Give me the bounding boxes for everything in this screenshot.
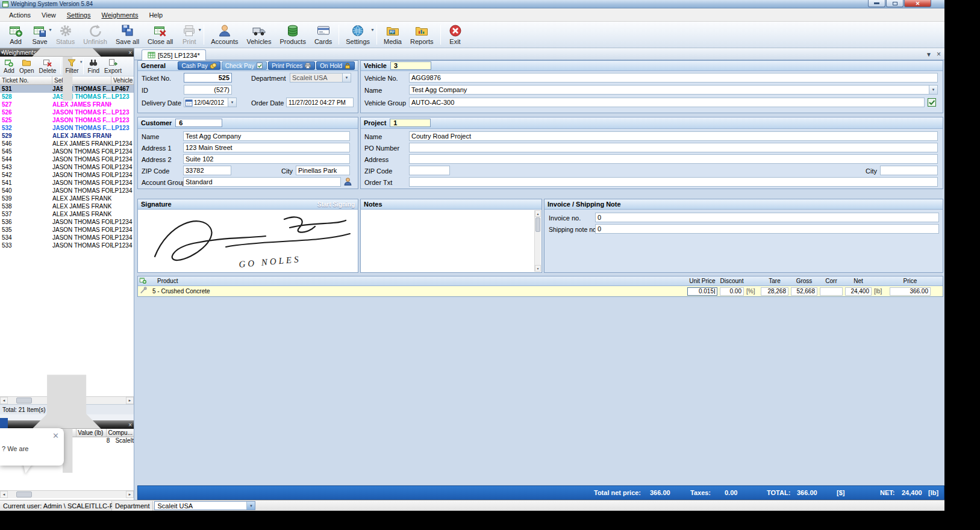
scroll-right-icon[interactable]: ►	[126, 491, 134, 498]
panel-chevron-down-icon[interactable]: ▼	[0, 50, 5, 55]
column-header-unit-price[interactable]: Unit Price	[686, 278, 719, 284]
customer-name-field[interactable]: Test Agg Company	[183, 131, 350, 141]
weighment-row-543[interactable]: 543JASON THOMAS FORDLP1234	[0, 163, 134, 171]
project-name-field[interactable]: Coutry Road Project	[409, 131, 938, 141]
toolbar-media-button[interactable]: Media	[379, 22, 406, 47]
net-cell[interactable]: 24,400	[845, 287, 872, 296]
weighments-find-button[interactable]: Find	[86, 57, 102, 76]
scroll-thumb[interactable]	[16, 491, 32, 497]
scroll-down-icon[interactable]: ▼	[535, 265, 541, 272]
project-city-field[interactable]	[880, 166, 938, 175]
column-header-price[interactable]: Price	[888, 278, 932, 284]
department-status-select[interactable]: Scaleit USA ▼	[154, 501, 255, 510]
weighments-filter-button[interactable]: Filter▼	[63, 57, 81, 76]
weighments-open-button[interactable]: Open	[17, 57, 36, 76]
toolbar-accounts-button[interactable]: Accounts	[207, 22, 242, 47]
column-header-discount[interactable]: Discount	[719, 278, 745, 284]
unit-price-cell[interactable]: 0.015	[687, 287, 717, 296]
toolbar-vehicles-button[interactable]: Vehicles	[243, 22, 276, 47]
scroll-thumb[interactable]	[535, 217, 540, 232]
corr-cell[interactable]	[820, 287, 843, 296]
chevron-down-icon[interactable]: ▼	[929, 86, 937, 94]
tare-cell[interactable]: 28,268	[761, 287, 788, 296]
delivery-date-field[interactable]: 12/04/2012 ▼	[184, 98, 237, 107]
product-name-cell[interactable]: 5 - Crushed Concrete	[150, 288, 686, 295]
weighment-row-537[interactable]: 537ALEX JAMES FRANK	[0, 210, 134, 218]
ticket-no-field[interactable]: 525	[184, 73, 232, 83]
weighment-row-525[interactable]: 525JASON THOMAS F...LP123	[0, 116, 134, 124]
vehicle-group-sheet-icon[interactable]	[927, 98, 937, 107]
order-txt-field[interactable]	[409, 177, 938, 187]
scroll-right-icon[interactable]: ►	[126, 397, 134, 404]
chat-popup[interactable]: ✕ ? We are	[0, 428, 64, 466]
add-product-row-icon[interactable]	[139, 276, 147, 284]
project-zip-field[interactable]	[409, 166, 450, 175]
scroll-up-icon[interactable]: ▲	[535, 210, 541, 217]
order-date-field[interactable]: 11/27/2012 04:27 PM	[286, 98, 354, 107]
menu-view[interactable]: View	[36, 10, 61, 20]
toolbar-save-button[interactable]: Save▼	[28, 22, 52, 47]
toolbar-save-all-button[interactable]: Save all	[111, 22, 143, 47]
chevron-down-icon[interactable]: ▼	[370, 28, 375, 32]
shipping-no-field[interactable]: 0	[595, 224, 939, 234]
chevron-down-icon[interactable]: ▼	[228, 98, 236, 107]
zip-field[interactable]: 33782	[183, 166, 231, 175]
chevron-down-icon[interactable]: ▼	[80, 60, 83, 64]
vehicle-group-field[interactable]: AUTO-AC-300	[409, 98, 925, 107]
column-header-product[interactable]: Product	[150, 278, 686, 284]
product-row[interactable]: 5 - Crushed Concrete 0.015 0.00 [%] 28,2…	[138, 286, 943, 296]
address2-field[interactable]: Suite 102	[183, 154, 350, 164]
scroll-left-icon[interactable]: ◄	[0, 397, 8, 404]
weighment-row-535[interactable]: 535JASON THOMAS FORDLP1234	[0, 226, 134, 234]
weighments-add-button[interactable]: Add	[1, 57, 17, 76]
column-header-tare[interactable]: Tare	[760, 278, 790, 284]
account-group-field[interactable]: Standard	[183, 177, 341, 187]
toolbar-products-button[interactable]: Products	[276, 22, 310, 47]
chat-close-icon[interactable]: ✕	[52, 431, 59, 440]
minimize-button[interactable]	[868, 0, 885, 7]
tab-list-chevron-icon[interactable]: ▼	[926, 51, 932, 58]
check-pay-button[interactable]: Check Pay	[222, 61, 267, 70]
invoice-no-field[interactable]: 0	[595, 213, 939, 222]
address1-field[interactable]: 123 Main Street	[183, 143, 350, 152]
city-field[interactable]: Pinellas Park	[296, 166, 350, 175]
account-group-person-icon[interactable]	[343, 177, 352, 186]
toolbar-add-button[interactable]: Add	[4, 22, 28, 47]
weighment-row-538[interactable]: 538ALEX JAMES FRANK	[0, 202, 134, 210]
department-select[interactable]: Scaleit USA ▼	[290, 73, 351, 83]
scale-hscrollbar[interactable]: ◄ ►	[0, 490, 134, 498]
weighment-row-541[interactable]: 541JASON THOMAS FORDLP1234	[0, 179, 134, 187]
weighment-row-533[interactable]: 533JASON THOMAS FORDLP1234	[0, 242, 134, 249]
tab-ticket-525[interactable]: [525] LP1234*	[142, 49, 206, 60]
weighment-row-545[interactable]: 545JASON THOMAS FORDLP1234	[0, 148, 134, 155]
customer-id-field[interactable]: 6	[175, 119, 222, 127]
weighment-row-536[interactable]: 536JASON THOMAS FORDLP1234	[0, 218, 134, 226]
toolbar-exit-button[interactable]: Exit	[443, 22, 467, 47]
id-field[interactable]: (527)	[184, 85, 232, 95]
panel-close-icon[interactable]: ×	[128, 422, 132, 428]
toolbar-settings-button[interactable]: Settings▼	[342, 22, 374, 47]
weighment-row-540[interactable]: 540JASON THOMAS FORDLP1234	[0, 187, 134, 195]
maximize-button[interactable]	[886, 0, 904, 7]
weighment-row-539[interactable]: 539ALEX JAMES FRANK	[0, 195, 134, 202]
po-number-field[interactable]	[409, 143, 938, 152]
notes-textarea[interactable]	[361, 210, 534, 272]
weighment-row-546[interactable]: 546ALEX JAMES FRANKLP1234	[0, 140, 134, 148]
weighments-export-button[interactable]: Export	[102, 57, 124, 76]
weighments-delete-button[interactable]: Delete	[36, 57, 58, 76]
menu-actions[interactable]: Actions	[4, 10, 36, 20]
weighment-row-544[interactable]: 544JASON THOMAS FORDLP1234	[0, 155, 134, 163]
toolbar-reports-button[interactable]: Reports	[406, 22, 438, 47]
cash-pay-button[interactable]: Cash Pay	[178, 61, 220, 70]
menu-help[interactable]: Help	[143, 10, 168, 20]
column-header-net[interactable]: Net	[844, 278, 873, 284]
discount-cell[interactable]: 0.00	[720, 287, 744, 296]
tab-close-icon[interactable]: ×	[937, 50, 941, 58]
weighment-row-534[interactable]: 534JASON THOMAS FORDLP1234	[0, 234, 134, 242]
on-hold-button[interactable]: On Hold	[316, 61, 355, 70]
gross-cell[interactable]: 52,668	[791, 287, 817, 296]
signature-drawing[interactable]: GO NOLES	[138, 210, 358, 272]
toolbar-close-all-button[interactable]: Close all	[143, 22, 177, 47]
price-cell[interactable]: 366.00	[890, 287, 931, 296]
weighment-row-542[interactable]: 542JASON THOMAS FORDLP1234	[0, 171, 134, 179]
